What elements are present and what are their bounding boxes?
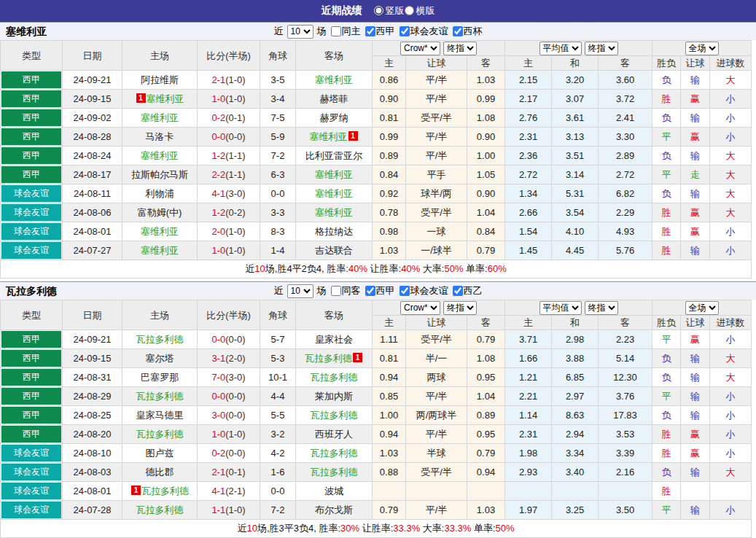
home-team-name[interactable]: 德比郡 <box>146 467 174 477</box>
filter-option-1[interactable]: 西甲 <box>365 284 395 297</box>
away-team-name[interactable]: 格拉纳达 <box>315 226 353 237</box>
home-team-name[interactable]: 马洛卡 <box>146 131 174 142</box>
home-team-name[interactable]: 瓦拉多利德 <box>136 429 184 440</box>
away-team-name[interactable]: 瓦拉多利德 <box>311 448 358 459</box>
home-team-name[interactable]: 利物浦 <box>146 188 174 199</box>
filter-checkbox-3[interactable] <box>453 286 463 296</box>
corner-score: 7-2 <box>260 147 296 165</box>
home-team-name[interactable]: 富勒姆(中) <box>138 207 182 218</box>
home-team-name[interactable]: 瓦拉多利德 <box>136 391 184 402</box>
recent-count-select[interactable]: 10 <box>287 284 313 298</box>
filter-checkbox-1[interactable] <box>365 26 375 36</box>
home-team-name[interactable]: 皇家马德里 <box>136 410 184 421</box>
avg-home-odds: 2.72 <box>505 165 552 184</box>
away-team-name[interactable]: 瓦拉多利德 <box>311 410 358 421</box>
avg-home-odds: 1.21 <box>505 368 552 387</box>
home-team-name[interactable]: 瓦拉多利德 <box>136 504 184 515</box>
away-team-name[interactable]: 塞维利亚 <box>310 131 348 142</box>
result-goals: 小 <box>710 425 752 444</box>
filter-option-2[interactable]: 球会友谊 <box>400 25 448 38</box>
away-team-name[interactable]: 瓦拉多利德 <box>311 372 358 383</box>
view-option-1[interactable]: 横版 <box>405 4 435 17</box>
home-team-name[interactable]: 拉斯帕尔马斯 <box>131 169 188 180</box>
col-header-3: 比分(半场) <box>198 41 260 71</box>
fulltime-score: 1-0 <box>211 429 225 440</box>
filter-checkbox-0[interactable] <box>331 26 341 36</box>
away-team-name[interactable]: 塞维利亚 <box>315 188 353 199</box>
home-team-name[interactable]: 塞尔塔 <box>146 353 174 364</box>
home-team-name[interactable]: 塞维利亚 <box>141 150 179 161</box>
result-handicap: 输 <box>681 349 710 368</box>
avg-draw-odds: 5.31 <box>552 184 599 203</box>
avg-source-select[interactable]: 平均值 <box>539 301 582 315</box>
away-team-cell: 塞维利亚 <box>296 203 373 222</box>
view-option-0[interactable]: 竖版 <box>374 4 405 17</box>
corner-score: 0-0 <box>260 482 296 501</box>
filter-option-1[interactable]: 西甲 <box>365 25 395 38</box>
match-date: 24-08-17 <box>63 165 122 184</box>
away-team-name[interactable]: 比利亚雷亚尔 <box>305 150 362 161</box>
home-team-name[interactable]: 塞维利亚 <box>141 245 179 256</box>
filter-label: 球会友谊 <box>410 25 448 38</box>
match-row: 西甲24-09-21阿拉维斯2-1(1-0)3-5塞维利亚0.86平/半1.03… <box>1 71 752 90</box>
crown-home-odds: 0.85 <box>373 387 406 406</box>
home-team-name[interactable]: 瓦拉多利德 <box>141 486 189 496</box>
filter-option-0[interactable]: 同客 <box>331 284 361 297</box>
home-team-cell: 德比郡 <box>122 463 198 482</box>
league-type-cell: 西甲 <box>1 368 63 387</box>
filter-option-2[interactable]: 球会友谊 <box>400 284 448 297</box>
home-team-name[interactable]: 塞维利亚 <box>141 112 179 123</box>
score-cell: 0-0(0-0) <box>198 387 260 406</box>
home-team-name[interactable]: 塞维利亚 <box>147 93 184 104</box>
odds-time-select[interactable]: 终指 <box>443 301 477 315</box>
away-team-name[interactable]: 塞维利亚 <box>315 207 353 218</box>
filter-option-3[interactable]: 西乙 <box>453 284 483 297</box>
away-team-name[interactable]: 塞维利亚 <box>315 74 353 85</box>
corner-score: 5-9 <box>260 128 296 147</box>
away-team-name[interactable]: 西班牙人 <box>315 429 353 440</box>
away-team-name[interactable]: 莱加内斯 <box>315 391 353 402</box>
away-team-name[interactable]: 波城 <box>324 486 343 496</box>
away-team-name[interactable]: 布尔戈斯 <box>315 504 353 515</box>
odds-col-header-1: 让球 <box>406 316 467 330</box>
away-team-name[interactable]: 赫罗纳 <box>320 112 348 123</box>
summary-stat-label: 场,胜3平3负4, 胜率: <box>257 523 340 534</box>
away-team-name[interactable]: 吉达联合 <box>315 245 353 256</box>
home-team-name[interactable]: 瓦拉多利德 <box>136 334 184 345</box>
filter-option-3[interactable]: 西杯 <box>453 25 483 38</box>
away-team-name[interactable]: 瓦拉多利德 <box>305 353 352 364</box>
col-header-3: 比分(半场) <box>198 300 260 330</box>
result-winloss: 平 <box>652 501 681 520</box>
home-team-name[interactable]: 图卢兹 <box>146 448 174 459</box>
odds-time-select[interactable]: 终指 <box>443 42 477 55</box>
summary-stat-label: 让胜率: <box>367 263 401 274</box>
filter-checkbox-1[interactable] <box>365 286 375 296</box>
away-team-name[interactable]: 皇家社会 <box>315 334 353 345</box>
league-type-badge: 球会友谊 <box>1 464 61 480</box>
view-radio-1[interactable] <box>405 6 414 15</box>
home-team-name[interactable]: 阿拉维斯 <box>141 74 179 85</box>
league-type-cell: 球会友谊 <box>1 203 63 222</box>
filter-checkbox-2[interactable] <box>400 286 410 296</box>
avg-time-select[interactable]: 终指 <box>585 42 618 55</box>
filter-option-0[interactable]: 同主 <box>331 25 361 38</box>
filter-checkbox-3[interactable] <box>453 26 463 36</box>
filter-checkbox-2[interactable] <box>400 26 410 36</box>
filter-checkbox-0[interactable] <box>331 286 341 296</box>
odds-source-select[interactable]: Crow* <box>400 301 440 315</box>
home-team-name[interactable]: 巴塞罗那 <box>141 372 179 383</box>
result-handicap: 输 <box>681 501 710 520</box>
away-team-name[interactable]: 赫塔菲 <box>320 93 348 104</box>
scope-select[interactable]: 全场 <box>685 42 719 55</box>
away-team-name[interactable]: 瓦拉多利德 <box>311 467 358 477</box>
home-team-name[interactable]: 塞维利亚 <box>141 226 179 237</box>
view-radio-0[interactable] <box>374 6 383 15</box>
away-team-name[interactable]: 塞维利亚 <box>315 169 353 180</box>
avg-time-select[interactable]: 终指 <box>585 301 618 315</box>
avg-source-select[interactable]: 平均值 <box>539 42 582 55</box>
crown-home-odds: 0.98 <box>373 222 406 241</box>
scope-select[interactable]: 全场 <box>685 301 719 315</box>
odds-source-select[interactable]: Crow* <box>400 42 440 55</box>
recent-count-select[interactable]: 10 <box>287 25 313 39</box>
score-cell: 7-0(3-0) <box>198 368 260 387</box>
